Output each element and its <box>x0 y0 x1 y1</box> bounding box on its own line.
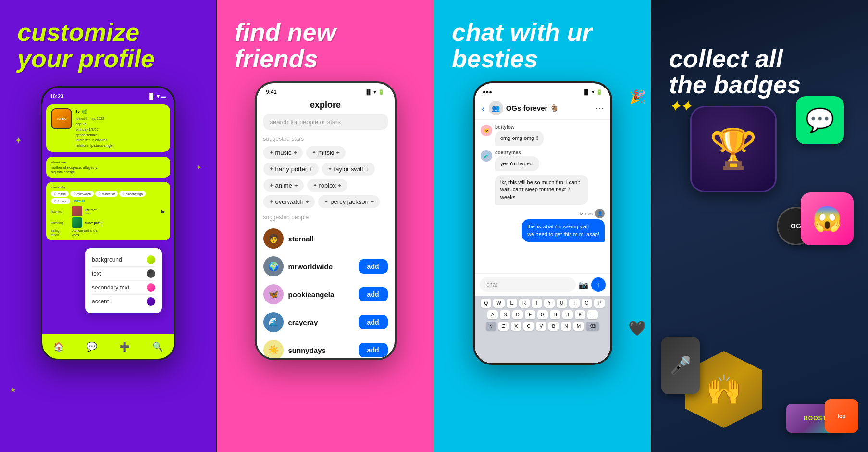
boost-text: BOOST <box>804 415 827 422</box>
msg-with-avatar-coenzymes: 🧪 coenzymes yes i'm hyped! <box>481 150 539 171</box>
key-y[interactable]: Y <box>544 299 555 308</box>
sent-time: now <box>585 211 593 216</box>
key-e[interactable]: E <box>507 299 517 308</box>
tag-olivia: ☆ oliviarodrigo <box>119 191 146 197</box>
nav-search-icon[interactable]: 🔍 <box>152 341 163 352</box>
key-z[interactable]: Z <box>498 322 509 331</box>
key-f[interactable]: F <box>525 310 535 319</box>
key-c[interactable]: C <box>523 322 534 331</box>
chip-overwatch[interactable]: ✦overwatch+ <box>263 195 315 208</box>
chip-anime[interactable]: ✦anime+ <box>263 179 304 192</box>
key-r[interactable]: R <box>519 299 530 308</box>
key-d[interactable]: D <box>512 310 523 319</box>
key-backspace[interactable]: ⌫ <box>586 322 599 331</box>
key-s[interactable]: S <box>500 310 510 319</box>
text-color-dot[interactable] <box>147 269 155 278</box>
eating-row: eating okonomiyaki and s <box>51 229 165 232</box>
chip-percy-jackson[interactable]: ✦percy jackson+ <box>318 195 380 208</box>
chip-plus-icon: + <box>338 182 342 189</box>
tag-minecraft: ☆ minecraft <box>95 191 118 197</box>
phone-1-icons: ▐▌ ▾ ▬ <box>148 93 166 100</box>
chip-harry-potter[interactable]: ✦harry potter+ <box>263 163 319 176</box>
about-text-1: mother of nospace, allegedly <box>51 165 165 170</box>
chip-music[interactable]: ✦music+ <box>263 146 303 159</box>
suggested-people-label: suggested people <box>257 214 395 225</box>
profile-birthday: birthday 1/8/05 <box>76 127 113 132</box>
chat-placeholder: chat <box>486 281 497 288</box>
send-button[interactable]: ↑ <box>591 277 606 292</box>
msg-content-coenzymes: coenzymes yes i'm hyped! <box>495 150 539 171</box>
key-k[interactable]: K <box>575 310 585 319</box>
key-q[interactable]: Q <box>481 299 491 308</box>
key-a[interactable]: A <box>487 310 498 319</box>
chip-star-icon: ✦ <box>328 166 332 172</box>
nav-add-icon[interactable]: ➕ <box>119 341 130 352</box>
background-color-dot[interactable] <box>147 255 155 264</box>
add-button-sunnydays[interactable]: add <box>359 343 388 357</box>
chat-title: OGs forever 🐐 <box>506 104 595 113</box>
key-l[interactable]: L <box>587 310 598 319</box>
chat-group-avatar: 👥 <box>489 101 503 115</box>
about-section: about me mother of nospace, allegedly bi… <box>46 157 170 178</box>
back-icon[interactable]: ‹ <box>482 103 485 114</box>
currently-section: currently ☆ mitski ☆ overwatch ☆ minecra… <box>46 182 170 240</box>
color-picker-background-row[interactable]: background <box>92 253 155 267</box>
chip-star-icon: ✦ <box>269 150 273 156</box>
key-v[interactable]: V <box>536 322 546 331</box>
add-button-craycray[interactable]: add <box>359 315 388 329</box>
listening-label: listening <box>51 210 69 213</box>
people-list: 🧑 xternall 🌍 mrworldwide add 🦋 pookieang… <box>257 225 395 358</box>
key-shift[interactable]: ⇧ <box>486 322 496 331</box>
heart-decoration: 🖤 <box>628 320 646 337</box>
nav-home-icon[interactable]: 🏠 <box>53 341 64 352</box>
panel-3-headline: chat with ur besties <box>434 0 651 81</box>
person-avatar-pookieangela: 🦋 <box>263 284 284 304</box>
key-t[interactable]: T <box>532 299 542 308</box>
person-row-sunnydays: ☀️ sunnydays add <box>257 336 395 358</box>
key-h[interactable]: H <box>550 310 560 319</box>
profile-age: age 26 <box>76 121 113 126</box>
about-text-2: big fafo energy <box>51 170 165 174</box>
camera-icon[interactable]: 📷 <box>579 280 588 289</box>
key-i[interactable]: I <box>569 299 580 308</box>
star-decoration-3: ★ <box>10 385 16 394</box>
nav-chat-icon[interactable]: 💬 <box>87 341 97 352</box>
color-picker-popup[interactable]: background text secondary text accent <box>85 248 162 313</box>
chips-container: ✦music+ ✦mitski+ ✦harry potter+ ✦taylor … <box>257 146 395 214</box>
key-x[interactable]: X <box>511 322 521 331</box>
add-button-mrworldwide[interactable]: add <box>359 259 388 274</box>
key-m[interactable]: M <box>573 322 584 331</box>
message-bettylow: 🐱 bettylow omg omg omg !! <box>481 125 544 146</box>
profile-header: TURBO tz 🌿 joined 8 may, 2023 age 26 bir… <box>46 104 170 152</box>
key-b[interactable]: B <box>548 322 559 331</box>
key-o[interactable]: O <box>582 299 592 308</box>
key-g[interactable]: G <box>537 310 548 319</box>
chat-signal: ●●● <box>483 89 492 95</box>
person-name-xternall: xternall <box>288 235 388 243</box>
key-u[interactable]: U <box>557 299 567 308</box>
key-n[interactable]: N <box>561 322 571 331</box>
color-picker-accent-row[interactable]: accent <box>92 295 155 308</box>
tags-row: ☆ mitski ☆ overwatch ☆ minecraft ☆ olivi… <box>51 191 165 204</box>
badge-top: top <box>825 399 858 433</box>
search-bar[interactable]: search for people or stars <box>263 114 388 130</box>
secondary-color-dot[interactable] <box>147 283 155 292</box>
phone-2-time: 9:41 <box>266 89 277 95</box>
key-w[interactable]: W <box>493 299 504 308</box>
key-p[interactable]: P <box>594 299 605 308</box>
msg-sender-coenzymes: coenzymes <box>495 150 539 155</box>
accent-color-dot[interactable] <box>147 297 155 306</box>
person-name-sunnydays: sunnydays <box>288 346 354 354</box>
key-j[interactable]: J <box>562 310 573 319</box>
chip-mitski[interactable]: ✦mitski+ <box>306 146 346 159</box>
chat-menu-icon[interactable]: ⋯ <box>595 103 604 113</box>
add-button-pookieangela[interactable]: add <box>359 287 388 301</box>
chat-input-field[interactable]: chat <box>480 277 576 292</box>
profile-info: tz 🌿 joined 8 may, 2023 age 26 birthday … <box>76 108 113 148</box>
chip-taylor-swift[interactable]: ✦taylor swift+ <box>322 163 375 176</box>
color-picker-secondary-row[interactable]: secondary text <box>92 281 155 295</box>
msg-with-avatar-bettylow: 🐱 bettylow omg omg omg !! <box>481 125 544 146</box>
color-picker-text-row[interactable]: text <box>92 267 155 281</box>
chip-roblox[interactable]: ✦roblox+ <box>307 179 347 192</box>
show-all-link[interactable]: show all <box>72 198 87 204</box>
